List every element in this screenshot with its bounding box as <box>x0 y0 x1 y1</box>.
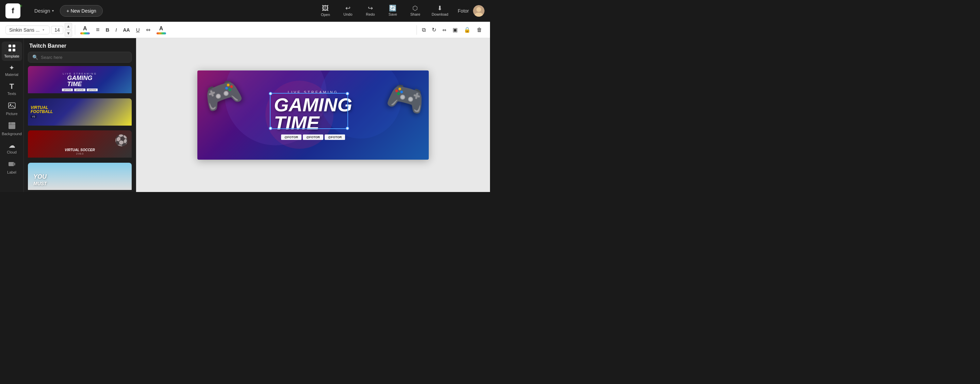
redo-btn[interactable]: ↪ Redo <box>360 4 380 18</box>
template-grid: LIVE STREAMING GAMINGTIME @FOTOR @FOTOR … <box>24 66 136 192</box>
cloud-label: Cloud <box>7 150 17 154</box>
user-name[interactable]: Fotor <box>458 8 469 14</box>
text-color-icon: A <box>83 25 87 32</box>
svg-rect-6 <box>13 49 15 51</box>
new-design-label: + New Design <box>66 8 96 14</box>
layers-btn[interactable]: ▣ <box>450 25 460 34</box>
sidebar-item-cloud[interactable]: ☁ Cloud <box>2 139 22 157</box>
background-icon <box>8 122 16 131</box>
search-icon: 🔍 <box>32 54 38 60</box>
template-item-football[interactable]: VIRTUALFOOTBALL VS <box>28 99 132 128</box>
open-btn[interactable]: 🖼 Open <box>315 3 336 18</box>
user-avatar[interactable] <box>473 5 485 17</box>
gaming-time-wrapper: GAMINGTIME <box>274 96 352 132</box>
material-label: Material <box>5 73 18 76</box>
template-item-you[interactable]: YOU Must <box>28 163 132 192</box>
flip-btn[interactable]: ⇔ <box>440 26 449 34</box>
template-label: Template <box>4 54 19 58</box>
save-icon: 🔄 <box>389 5 396 11</box>
letter-spacing-btn[interactable]: ⇔ <box>143 25 153 34</box>
handle-2: @FOTOR <box>303 134 323 140</box>
design-dropdown-btn[interactable]: Design ▾ <box>31 6 57 16</box>
banner-title: GAMINGTIME <box>274 94 352 134</box>
lock-icon: 🔒 <box>464 27 471 33</box>
undo-btn[interactable]: ↩ Undo <box>337 4 358 18</box>
redo-icon: ↪ <box>368 5 373 11</box>
nav-right: Fotor <box>458 5 485 17</box>
tmpl-soccer-main: VIRTUAL SOCCER <box>65 148 95 152</box>
search-input[interactable] <box>41 55 127 60</box>
template-item-soccer[interactable]: VIRTUAL SOCCER 2 VS 3 ⚽ <box>28 131 132 160</box>
underline-btn[interactable]: U <box>134 25 142 34</box>
share-btn[interactable]: ⬡ Share <box>405 4 425 18</box>
sel-handle-tl <box>269 92 272 95</box>
open-icon: 🖼 <box>322 5 329 11</box>
tmpl-soccer-sub: 2 VS 3 <box>76 153 83 155</box>
tmpl-gaming-handle2: @FOTOR <box>74 89 85 91</box>
open-label: Open <box>321 13 330 17</box>
search-box: 🔍 <box>28 52 132 63</box>
svg-point-1 <box>476 7 481 12</box>
highlight-swatch <box>156 32 166 34</box>
font-size-visual-btn[interactable]: AA <box>121 26 132 34</box>
new-design-button[interactable]: + New Design <box>60 5 103 17</box>
sidebar-item-label[interactable]: Label <box>2 158 22 177</box>
delete-btn[interactable]: 🗑 <box>474 25 485 34</box>
background-label: Background <box>2 132 22 136</box>
font-size-input[interactable] <box>51 26 63 34</box>
panel-title: Twitch Banner <box>24 38 136 52</box>
align-btn[interactable]: ≡ <box>94 25 102 35</box>
bold-icon: B <box>105 27 109 33</box>
tmpl-gaming-handle1: @FOTOR <box>62 89 73 91</box>
delete-icon: 🗑 <box>477 27 482 33</box>
label-icon <box>8 160 16 169</box>
template-item-gaming[interactable]: LIVE STREAMING GAMINGTIME @FOTOR @FOTOR … <box>28 66 132 96</box>
lock-btn[interactable]: 🔒 <box>461 25 473 34</box>
font-size-down-btn[interactable]: ▼ <box>65 30 72 37</box>
duplicate-btn[interactable]: ⧉ <box>420 25 428 34</box>
sidebar-item-background[interactable]: Background <box>2 119 22 139</box>
highlight-btn[interactable]: A <box>154 24 169 36</box>
undo-icon: ↩ <box>345 5 350 11</box>
save-btn[interactable]: 🔄 Save <box>382 4 403 18</box>
svg-rect-3 <box>8 45 11 47</box>
rotate-btn[interactable]: ↻ <box>430 25 439 34</box>
font-dropdown-icon: ▾ <box>43 28 44 32</box>
canvas-area[interactable]: 🎮 🎮 LIVE STREAMING GAMINGTIME <box>136 38 490 192</box>
panel: Twitch Banner 🔍 LIVE STREAMING GAMINGTIM… <box>24 38 136 192</box>
text-color-btn[interactable]: A <box>78 24 92 36</box>
sidebar-item-picture[interactable]: Picture <box>2 99 22 118</box>
label-label: Label <box>7 170 16 174</box>
save-label: Save <box>388 12 397 16</box>
toolbar-divider-1 <box>75 25 75 35</box>
italic-btn[interactable]: I <box>113 25 119 34</box>
undo-label: Undo <box>343 12 352 16</box>
sidebar-item-material[interactable]: ✦ Material <box>2 62 22 79</box>
design-label: Design <box>34 8 50 14</box>
left-sidebar: Template ✦ Material T Texts Picture Back… <box>0 38 24 192</box>
sidebar-item-texts[interactable]: T Texts <box>2 80 22 99</box>
picture-icon <box>8 102 16 110</box>
picture-label: Picture <box>6 112 18 116</box>
design-chevron-icon: ▾ <box>52 9 54 13</box>
font-selector[interactable]: Sinkin Sans ... ▾ <box>5 25 50 34</box>
download-btn[interactable]: ⬇ Download <box>427 4 452 18</box>
color-swatch <box>80 32 90 34</box>
sidebar-item-template[interactable]: Template <box>2 41 22 61</box>
logo-box: f <box>5 3 21 18</box>
duplicate-icon: ⧉ <box>422 27 426 33</box>
font-size-up-btn[interactable]: ▲ <box>65 23 72 30</box>
flip-icon: ⇔ <box>442 27 447 33</box>
material-icon: ✦ <box>9 64 14 71</box>
logo-f: f <box>11 7 14 14</box>
canvas-banner[interactable]: 🎮 🎮 LIVE STREAMING GAMINGTIME <box>197 70 429 160</box>
italic-icon: I <box>115 27 117 33</box>
share-icon: ⬡ <box>412 5 418 11</box>
nav-tools: 🖼 Open ↩ Undo ↪ Redo 🔄 Save ⬡ Share ⬇ Do… <box>315 3 452 18</box>
sel-handle-bl <box>269 127 272 130</box>
texts-label: Texts <box>8 92 16 96</box>
font-size-visual-icon: AA <box>123 27 130 33</box>
handle-3: @FOTOR <box>325 134 345 140</box>
rotate-icon: ↻ <box>432 27 436 33</box>
bold-btn[interactable]: B <box>103 25 111 34</box>
